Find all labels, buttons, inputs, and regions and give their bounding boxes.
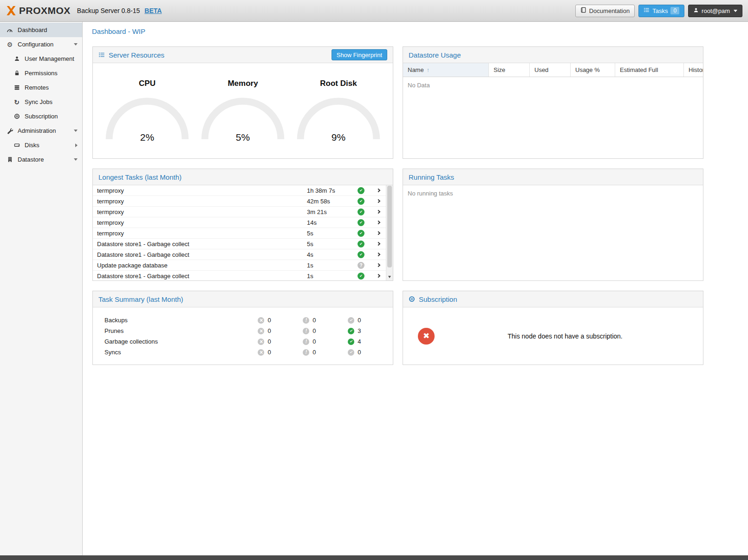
chevron-down-icon[interactable] [74,43,78,46]
sidebar-item-datastore[interactable]: Datastore [0,152,82,167]
task-list-icon [644,7,650,14]
task-status-icon [358,198,364,205]
datastore-table-header: Name ↑ Size Used Usage % Estimated Full … [403,63,703,77]
sidebar-item-label: Disks [25,142,39,149]
chevron-right-icon[interactable] [373,189,384,192]
task-summary-row[interactable]: Prunes 0 0 [104,326,393,336]
error-icon [258,339,264,345]
task-name: Update package database [97,262,307,269]
chevron-right-icon[interactable] [373,264,384,267]
sidebar-item-label: Configuration [18,41,53,48]
tasks-label: Tasks [652,7,668,14]
sidebar-item-dashboard[interactable]: Dashboard [0,23,82,37]
ok-count-cell: 0 [348,317,393,324]
datastore-usage-header: Datastore Usage [403,47,703,63]
column-header-size[interactable]: Size [489,63,530,77]
warning-count: 0 [312,317,316,324]
column-header-name[interactable]: Name ↑ [403,63,489,77]
gauge-value: 9% [295,132,382,143]
scrollbar-thumb[interactable] [387,186,392,267]
column-header-used[interactable]: Used [530,63,571,77]
task-duration: 5s [307,230,358,237]
page-title: Dashboard - WIP [92,27,145,35]
warning-count: 0 [312,338,316,345]
task-status-icon [358,262,364,269]
sidebar-item-subscription[interactable]: Subscription [0,109,82,124]
chevron-right-icon[interactable] [373,221,384,224]
sidebar-item-configuration[interactable]: ⚙ Configuration [0,37,82,52]
sidebar-item-permissions[interactable]: Permissions [0,66,82,80]
sidebar-item-label: Permissions [25,70,58,77]
task-status-icon [358,219,364,226]
header-actions: Documentation Tasks 0 root@pam [575,5,742,17]
task-row[interactable]: Datastore store1 - Garbage collect 5s [93,239,393,249]
root-disk-gauge: Root Disk 9% [292,79,385,158]
ok-count: 3 [358,327,361,334]
gauge-icon [6,27,13,33]
panel-title: Task Summary (last Month) [98,295,183,303]
warning-icon [303,349,309,356]
chevron-right-icon[interactable] [75,143,78,147]
gauge-label: Memory [196,79,290,88]
column-header-estimated-full[interactable]: Estimated Full [615,63,684,77]
sidebar-item-user-management[interactable]: User Management [0,52,82,66]
gauge-value: 2% [104,132,190,143]
gauges-body: CPU 2% Memory [93,63,393,158]
task-row[interactable]: termproxy 42m 58s [93,196,393,207]
chevron-right-icon[interactable] [373,242,384,245]
chevron-right-icon[interactable] [373,274,384,277]
ok-count-cell: 3 [348,327,393,334]
task-row[interactable]: Update package database 1s [93,260,393,271]
beta-link[interactable]: BETA [144,7,162,14]
chevron-right-icon[interactable] [373,200,384,202]
task-row[interactable]: termproxy 3m 21s [93,207,393,217]
panel-title: Subscription [419,295,457,303]
task-summary-header: Task Summary (last Month) [93,291,393,307]
user-menu-label: root@pam [702,7,730,14]
tasks-button[interactable]: Tasks 0 [638,5,684,17]
task-duration: 5s [307,241,358,247]
warning-icon [303,328,309,334]
column-header-history[interactable]: History (last Month) [684,63,703,77]
sidebar-item-administration[interactable]: Administration [0,124,82,138]
error-count-cell: 0 [258,349,303,356]
scrollbar-down-button[interactable] [386,273,393,280]
lock-icon [13,70,20,76]
sidebar-item-sync-jobs[interactable]: ↻ Sync Jobs [0,95,82,109]
task-summary-row[interactable]: Garbage collections 0 0 [104,336,393,347]
chevron-right-icon[interactable] [373,232,384,234]
task-row[interactable]: Datastore store1 - Garbage collect 1s [93,271,393,280]
error-icon [258,349,264,356]
resources-icon [98,52,105,58]
user-menu-button[interactable]: root@pam [688,5,742,17]
task-row[interactable]: termproxy 14s [93,217,393,228]
proxmox-x-icon [6,5,17,16]
panel-title: Datastore Usage [409,51,461,59]
sort-asc-icon: ↑ [427,67,429,73]
task-row[interactable]: termproxy 1h 38m 7s [93,185,393,196]
panel-title: Server Resources [109,51,164,59]
task-summary-row[interactable]: Backups 0 0 [104,315,393,326]
subscription-body: This node does not have a subscription. [403,307,703,365]
sidebar-item-remotes[interactable]: Remotes [0,80,82,95]
datastore-usage-panel: Datastore Usage Name ↑ Size Used Usage %… [403,46,703,159]
sidebar-item-disks[interactable]: Disks [0,138,82,152]
chevron-down-icon[interactable] [74,158,78,161]
wrench-icon [6,128,13,134]
column-header-usage[interactable]: Usage % [571,63,615,77]
running-tasks-header: Running Tasks [403,169,703,185]
server-resources-panel: Server Resources Show Fingerprint CPU [92,46,393,159]
user-icon [13,56,20,62]
chevron-right-icon[interactable] [373,253,384,256]
gauge-label: CPU [100,79,194,88]
task-row[interactable]: Datastore store1 - Garbage collect 4s [93,249,393,260]
show-fingerprint-button[interactable]: Show Fingerprint [332,49,387,60]
documentation-button[interactable]: Documentation [575,5,635,17]
chevron-right-icon[interactable] [373,210,384,213]
task-summary-row[interactable]: Syncs 0 0 [104,347,393,358]
scrollbar[interactable] [386,185,393,280]
chevron-down-icon[interactable] [74,130,78,132]
server-resources-header: Server Resources Show Fingerprint [93,47,393,63]
task-row[interactable]: termproxy 5s [93,228,393,239]
longest-tasks-body: termproxy 1h 38m 7s termproxy 42m 58s [93,185,393,280]
